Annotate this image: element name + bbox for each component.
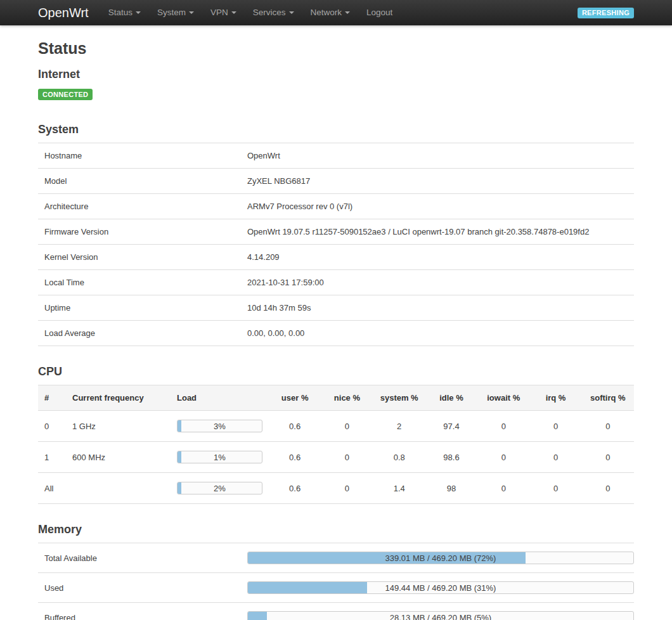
- progressbar-label: 28.13 MB / 469.20 MB (5%): [248, 612, 633, 620]
- table-row: Local Time2021-10-31 17:59:00: [38, 270, 634, 295]
- cpu-col-header: nice %: [321, 385, 373, 411]
- nav-item-label: System: [157, 8, 186, 17]
- cpu-table: # Current frequency Load user % nice % s…: [38, 385, 634, 504]
- system-row-label: Firmware Version: [38, 219, 241, 245]
- cpu-id: 1: [38, 442, 66, 473]
- system-row-value: OpenWrt 19.07.5 r11257-5090152ae3 / LuCI…: [241, 219, 634, 245]
- system-row-value: 10d 14h 37m 59s: [241, 295, 634, 321]
- cpu-col-header: system %: [373, 385, 425, 411]
- cpu-load-bar: 2%: [177, 482, 262, 494]
- memory-heading: Memory: [38, 523, 634, 536]
- cpu-col-header: irq %: [529, 385, 581, 411]
- nav-item-label: Services: [253, 8, 286, 17]
- nav-item-label: VPN: [210, 8, 228, 17]
- nav-item-status[interactable]: Status: [100, 0, 149, 25]
- cpu-heading: CPU: [38, 365, 634, 378]
- system-row-value: 0.00, 0.00, 0.00: [241, 321, 634, 346]
- cpu-col-header: user %: [269, 385, 321, 411]
- refreshing-badge[interactable]: REFRESHING: [578, 8, 634, 18]
- cpu-nice: 0: [321, 473, 373, 504]
- cpu-iowait: 0: [477, 473, 529, 504]
- nav-item-label: Status: [108, 8, 132, 17]
- table-row: Kernel Version4.14.209: [38, 245, 634, 270]
- chevron-down-icon: [136, 11, 141, 14]
- system-table: HostnameOpenWrt ModelZyXEL NBG6817 Archi…: [38, 143, 634, 346]
- progressbar-label: 3%: [178, 420, 262, 432]
- progressbar-label: 339.01 MB / 469.20 MB (72%): [248, 552, 633, 564]
- memory-bar-cell: 28.13 MB / 469.20 MB (5%): [241, 603, 634, 620]
- nav-item-vpn[interactable]: VPN: [202, 0, 245, 25]
- cpu-frequency: 1 GHz: [66, 411, 171, 442]
- table-row: ModelZyXEL NBG6817: [38, 169, 634, 194]
- system-row-value: ZyXEL NBG6817: [241, 169, 634, 194]
- memory-bar-cell: 149.44 MB / 469.20 MB (31%): [241, 573, 634, 603]
- system-row-label: Hostname: [38, 143, 241, 169]
- table-row: Used 149.44 MB / 469.20 MB (31%): [38, 573, 634, 603]
- system-row-label: Architecture: [38, 194, 241, 219]
- cpu-frequency: 600 MHz: [66, 442, 171, 473]
- cpu-load-cell: 3%: [171, 411, 269, 442]
- memory-row-label: Buffered: [38, 603, 241, 620]
- memory-bar: 149.44 MB / 469.20 MB (31%): [247, 581, 634, 594]
- system-row-value: 4.14.209: [241, 245, 634, 270]
- cpu-header-row: # Current frequency Load user % nice % s…: [38, 385, 634, 411]
- chevron-down-icon: [231, 11, 236, 14]
- nav-item-logout[interactable]: Logout: [358, 0, 401, 25]
- chevron-down-icon: [189, 11, 194, 14]
- cpu-load-bar: 3%: [177, 420, 262, 432]
- cpu-load-cell: 2%: [171, 473, 269, 504]
- memory-table: Total Available 339.01 MB / 469.20 MB (7…: [38, 543, 634, 620]
- navbar: OpenWrt Status System VPN Services Netwo…: [0, 0, 672, 25]
- cpu-nice: 0: [321, 411, 373, 442]
- cpu-load-cell: 1%: [171, 442, 269, 473]
- cpu-system: 1.4: [373, 473, 425, 504]
- system-row-value: ARMv7 Processor rev 0 (v7l): [241, 194, 634, 219]
- cpu-irq: 0: [529, 442, 581, 473]
- page-title: Status: [38, 39, 634, 58]
- main-content: Status Internet CONNECTED System Hostnam…: [38, 39, 634, 620]
- progressbar-label: 2%: [178, 482, 262, 494]
- cpu-softirq: 0: [582, 473, 634, 504]
- chevron-down-icon: [345, 11, 350, 14]
- cpu-system: 0.8: [373, 442, 425, 473]
- cpu-user: 0.6: [269, 411, 321, 442]
- cpu-user: 0.6: [269, 442, 321, 473]
- connected-badge: CONNECTED: [38, 89, 93, 100]
- nav-item-label: Network: [311, 8, 342, 17]
- nav-item-network[interactable]: Network: [302, 0, 359, 25]
- cpu-user: 0.6: [269, 473, 321, 504]
- cpu-iowait: 0: [477, 411, 529, 442]
- memory-row-label: Total Available: [38, 543, 241, 573]
- cpu-frequency: [66, 473, 171, 504]
- system-row-value: 2021-10-31 17:59:00: [241, 270, 634, 295]
- system-row-label: Model: [38, 169, 241, 194]
- table-row: 1 600 MHz 1% 0.6 0 0.8 98.6 0 0 0: [38, 442, 634, 473]
- system-row-label: Kernel Version: [38, 245, 241, 270]
- internet-heading: Internet: [38, 68, 634, 81]
- memory-bar: 339.01 MB / 469.20 MB (72%): [247, 552, 634, 564]
- progressbar-label: 149.44 MB / 469.20 MB (31%): [248, 582, 633, 594]
- cpu-idle: 97.4: [425, 411, 477, 442]
- cpu-col-header: Current frequency: [66, 385, 171, 411]
- cpu-iowait: 0: [477, 442, 529, 473]
- chevron-down-icon: [289, 11, 294, 14]
- table-row: Firmware VersionOpenWrt 19.07.5 r11257-5…: [38, 219, 634, 245]
- table-row: Buffered 28.13 MB / 469.20 MB (5%): [38, 603, 634, 620]
- table-row: HostnameOpenWrt: [38, 143, 634, 169]
- memory-bar-cell: 339.01 MB / 469.20 MB (72%): [241, 543, 634, 573]
- table-row: Total Available 339.01 MB / 469.20 MB (7…: [38, 543, 634, 573]
- nav-item-system[interactable]: System: [149, 0, 202, 25]
- cpu-system: 2: [373, 411, 425, 442]
- system-row-value: OpenWrt: [241, 143, 634, 169]
- nav-item-services[interactable]: Services: [245, 0, 302, 25]
- brand-logo[interactable]: OpenWrt: [38, 6, 89, 20]
- cpu-col-header: idle %: [425, 385, 477, 411]
- table-row: All 2% 0.6 0 1.4 98 0 0 0: [38, 473, 634, 504]
- cpu-irq: 0: [529, 473, 581, 504]
- cpu-nice: 0: [321, 442, 373, 473]
- system-row-label: Uptime: [38, 295, 241, 321]
- cpu-col-header: Load: [171, 385, 269, 411]
- cpu-load-bar: 1%: [177, 451, 262, 463]
- table-row: Load Average0.00, 0.00, 0.00: [38, 321, 634, 346]
- memory-row-label: Used: [38, 573, 241, 603]
